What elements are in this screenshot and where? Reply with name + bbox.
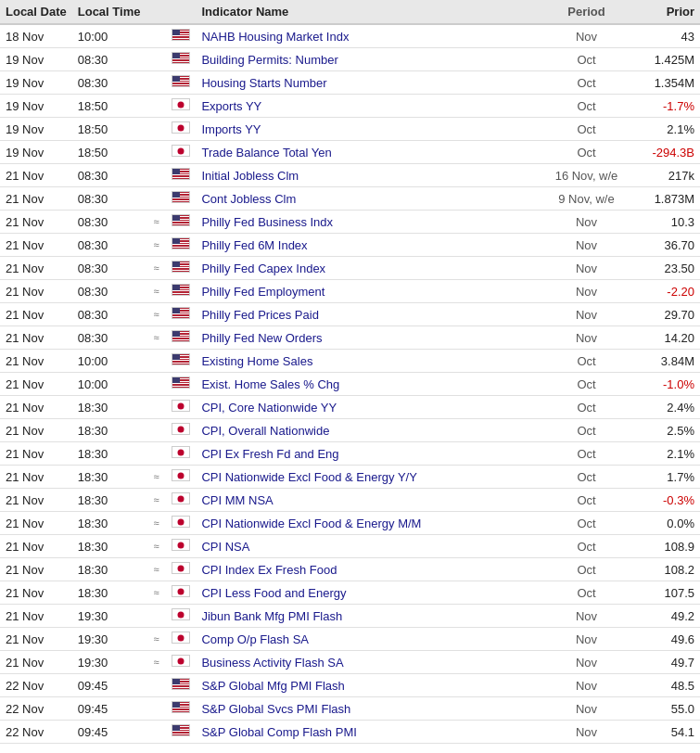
row-period: Oct bbox=[547, 95, 626, 118]
row-date: 21 Nov bbox=[0, 164, 72, 187]
row-revised-mark: ≈ bbox=[146, 280, 166, 303]
row-indicator-name[interactable]: S&P Global Svcs PMI Flash bbox=[196, 697, 547, 721]
row-revised-mark bbox=[146, 187, 166, 211]
jp-flag-icon bbox=[172, 98, 190, 110]
row-date: 21 Nov bbox=[0, 211, 72, 234]
row-revised-mark: ≈ bbox=[146, 651, 166, 674]
row-time: 09:45 bbox=[72, 674, 146, 697]
row-flag bbox=[166, 697, 196, 721]
revised-icon: ≈ bbox=[153, 262, 159, 274]
jp-flag-icon bbox=[172, 562, 190, 574]
row-indicator-name[interactable]: CPI Nationwide Excl Food & Energy M/M bbox=[196, 512, 547, 535]
row-indicator-name[interactable]: Jibun Bank Mfg PMI Flash bbox=[196, 605, 547, 628]
row-indicator-name[interactable]: Initial Jobless Clm bbox=[196, 164, 547, 187]
row-indicator-name[interactable]: Cont Jobless Clm bbox=[196, 187, 547, 211]
table-row: 21 Nov08:30≈Philly Fed Capex IndexNov23.… bbox=[0, 257, 700, 280]
row-date: 21 Nov bbox=[0, 303, 72, 326]
row-indicator-name[interactable]: Business Activity Flash SA bbox=[196, 651, 547, 674]
row-indicator-name[interactable]: CPI NSA bbox=[196, 535, 547, 558]
revised-icon: ≈ bbox=[153, 494, 159, 505]
row-revised-mark: ≈ bbox=[146, 466, 166, 489]
row-prior-value: 108.2 bbox=[626, 558, 700, 581]
row-indicator-name[interactable]: Philly Fed Employment bbox=[196, 280, 547, 303]
jp-flag-icon bbox=[172, 632, 190, 644]
row-time: 08:30 bbox=[72, 187, 146, 211]
row-date: 21 Nov bbox=[0, 187, 72, 211]
row-period: Nov bbox=[547, 674, 626, 697]
row-prior-value: 107.5 bbox=[626, 581, 700, 605]
row-indicator-name[interactable]: Philly Fed Prices Paid bbox=[196, 303, 547, 326]
row-date: 22 Nov bbox=[0, 721, 72, 744]
row-date: 21 Nov bbox=[0, 419, 72, 442]
row-indicator-name[interactable]: Existing Home Sales bbox=[196, 350, 547, 373]
us-flag-icon bbox=[172, 307, 190, 319]
row-date: 22 Nov bbox=[0, 674, 72, 697]
row-date: 21 Nov bbox=[0, 651, 72, 674]
table-row: 22 Nov09:45S&P Global Mfg PMI FlashNov48… bbox=[0, 674, 700, 697]
row-revised-mark bbox=[146, 95, 166, 118]
row-period: Nov bbox=[547, 24, 626, 48]
row-period: Oct bbox=[547, 118, 626, 141]
row-revised-mark bbox=[146, 419, 166, 442]
us-flag-icon bbox=[172, 191, 190, 203]
row-period: Nov bbox=[547, 234, 626, 257]
row-revised-mark bbox=[146, 164, 166, 187]
us-flag-icon bbox=[172, 168, 190, 180]
table-row: 22 Nov09:45S&P Global Svcs PMI FlashNov5… bbox=[0, 697, 700, 721]
row-flag bbox=[166, 118, 196, 141]
row-indicator-name[interactable]: Philly Fed Business Indx bbox=[196, 211, 547, 234]
row-indicator-name[interactable]: CPI Ex Fresh Fd and Eng bbox=[196, 442, 547, 466]
table-row: 21 Nov18:30≈CPI MM NSAOct-0.3% bbox=[0, 489, 700, 512]
row-indicator-name[interactable]: CPI, Overall Nationwide bbox=[196, 419, 547, 442]
row-indicator-name[interactable]: Housing Starts Number bbox=[196, 71, 547, 95]
row-revised-mark bbox=[146, 396, 166, 419]
row-revised-mark: ≈ bbox=[146, 257, 166, 280]
row-indicator-name[interactable]: CPI Less Food and Energy bbox=[196, 581, 547, 605]
row-indicator-name[interactable]: CPI, Core Nationwide YY bbox=[196, 396, 547, 419]
row-time: 18:50 bbox=[72, 118, 146, 141]
row-indicator-name[interactable]: Philly Fed 6M Index bbox=[196, 234, 547, 257]
row-indicator-name[interactable]: S&P Global Comp Flash PMI bbox=[196, 721, 547, 744]
row-indicator-name[interactable]: S&P Global Mfg PMI Flash bbox=[196, 674, 547, 697]
row-indicator-name[interactable]: Philly Fed New Orders bbox=[196, 326, 547, 350]
row-revised-mark: ≈ bbox=[146, 535, 166, 558]
row-revised-mark bbox=[146, 48, 166, 71]
row-flag bbox=[166, 211, 196, 234]
row-flag bbox=[166, 326, 196, 350]
row-time: 18:30 bbox=[72, 489, 146, 512]
row-flag bbox=[166, 442, 196, 466]
row-flag bbox=[166, 350, 196, 373]
us-flag-icon bbox=[172, 701, 190, 713]
row-time: 08:30 bbox=[72, 71, 146, 95]
row-time: 08:30 bbox=[72, 164, 146, 187]
row-flag bbox=[166, 489, 196, 512]
row-indicator-name[interactable]: CPI Nationwide Excl Food & Energy Y/Y bbox=[196, 466, 547, 489]
row-indicator-name[interactable]: Building Permits: Number bbox=[196, 48, 547, 71]
row-indicator-name[interactable]: Exports YY bbox=[196, 95, 547, 118]
row-date: 21 Nov bbox=[0, 257, 72, 280]
row-prior-value: 49.7 bbox=[626, 651, 700, 674]
row-period: Nov bbox=[547, 697, 626, 721]
row-indicator-name[interactable]: CPI Index Ex Fresh Food bbox=[196, 558, 547, 581]
row-prior-value: 10.3 bbox=[626, 211, 700, 234]
us-flag-icon bbox=[172, 724, 190, 736]
row-period: Nov bbox=[547, 257, 626, 280]
row-indicator-name[interactable]: Comp O/p Flash SA bbox=[196, 628, 547, 651]
row-prior-value: 2.1% bbox=[626, 118, 700, 141]
row-prior-value: 49.2 bbox=[626, 605, 700, 628]
table-row: 19 Nov08:30Housing Starts NumberOct1.354… bbox=[0, 71, 700, 95]
row-date: 19 Nov bbox=[0, 48, 72, 71]
row-prior-value: 54.1 bbox=[626, 721, 700, 744]
row-indicator-name[interactable]: Imports YY bbox=[196, 118, 547, 141]
row-indicator-name[interactable]: NAHB Housing Market Indx bbox=[196, 24, 547, 48]
row-indicator-name[interactable]: Philly Fed Capex Index bbox=[196, 257, 547, 280]
row-date: 19 Nov bbox=[0, 71, 72, 95]
table-row: 19 Nov18:50Trade Balance Total YenOct-29… bbox=[0, 141, 700, 164]
jp-flag-icon bbox=[172, 121, 190, 134]
row-date: 19 Nov bbox=[0, 118, 72, 141]
row-indicator-name[interactable]: Trade Balance Total Yen bbox=[196, 141, 547, 164]
row-date: 21 Nov bbox=[0, 280, 72, 303]
row-indicator-name[interactable]: CPI MM NSA bbox=[196, 489, 547, 512]
table-header: Local Date Local Time Indicator Name Per… bbox=[0, 0, 700, 24]
row-indicator-name[interactable]: Exist. Home Sales % Chg bbox=[196, 373, 547, 396]
